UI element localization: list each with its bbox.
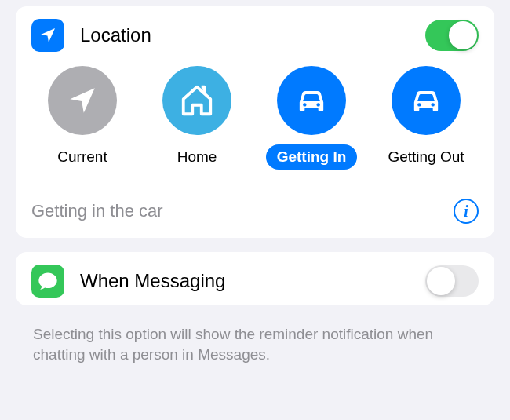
messaging-card: When Messaging — [16, 252, 494, 305]
svg-point-1 — [317, 103, 320, 106]
messaging-title: When Messaging — [80, 270, 425, 292]
arrow-icon — [48, 66, 117, 135]
location-detail-text: Getting in the car — [31, 201, 454, 221]
svg-point-2 — [417, 103, 421, 106]
option-getting-out[interactable]: Getting Out — [369, 66, 483, 170]
home-icon — [162, 66, 231, 135]
option-label: Current — [46, 144, 118, 170]
option-home[interactable]: Home — [140, 66, 254, 170]
location-card: Location Current Home — [16, 6, 494, 238]
messages-icon — [31, 265, 64, 298]
location-header: Location — [16, 6, 494, 60]
car-icon — [277, 66, 346, 135]
option-label: Home — [166, 144, 228, 170]
info-icon[interactable]: i — [454, 199, 479, 224]
location-options: Current Home Getting In — [16, 60, 494, 184]
messaging-header: When Messaging — [16, 252, 494, 305]
messaging-description: Selecting this option will show the remi… — [16, 320, 494, 364]
svg-point-3 — [432, 103, 435, 106]
option-label: Getting Out — [377, 144, 475, 170]
option-getting-in[interactable]: Getting In — [254, 66, 369, 170]
svg-point-0 — [303, 103, 306, 106]
location-detail-row: Getting in the car i — [16, 184, 494, 238]
option-current[interactable]: Current — [25, 66, 140, 170]
option-label: Getting In — [266, 144, 358, 170]
location-toggle[interactable] — [425, 20, 479, 51]
option-custom[interactable]: Cu — [483, 66, 494, 170]
car-icon — [392, 66, 461, 135]
location-title: Location — [80, 24, 425, 46]
location-arrow-icon — [31, 19, 64, 52]
messaging-toggle[interactable] — [425, 265, 479, 297]
